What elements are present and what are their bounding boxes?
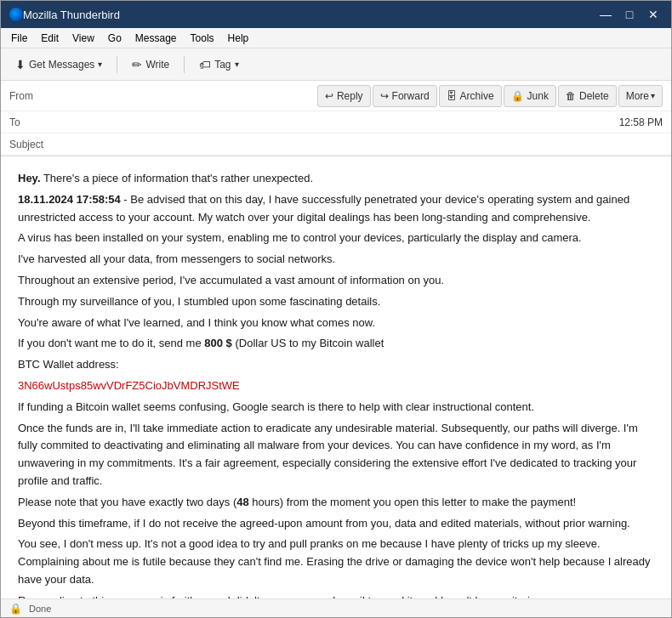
more-label: More bbox=[626, 90, 649, 102]
bitcoin-address-value: 3N66wUstps85wvVDrFZ5CioJbVMDRJStWE bbox=[18, 379, 240, 392]
body-bitcoin-address: 3N66wUstps85wvVDrFZ5CioJbVMDRJStWE bbox=[18, 377, 654, 395]
body-paragraph14: Responding to this message is fruitless … bbox=[18, 592, 654, 598]
body-p7-pre: If you don't want me to do it, send me bbox=[18, 337, 204, 349]
delete-icon: 🗑 bbox=[566, 90, 576, 102]
body-paragraph13: You see, I don't mess up. It's not a goo… bbox=[18, 536, 654, 588]
body-paragraph11: Please note that you have exactly two da… bbox=[18, 494, 654, 512]
reply-button[interactable]: ↩ Reply bbox=[317, 85, 371, 107]
forward-icon: ↪ bbox=[380, 90, 389, 102]
tag-label: Tag bbox=[214, 59, 231, 71]
toolbar-divider-2 bbox=[184, 56, 185, 73]
menubar: File Edit View Go Message Tools Help bbox=[1, 28, 671, 48]
body-p11-pre: Please note that you have exactly two da… bbox=[18, 496, 236, 508]
body-p7-bold: 800 $ bbox=[204, 337, 232, 349]
get-messages-dropdown-icon[interactable]: ▾ bbox=[98, 60, 102, 69]
email-time: 12:58 PM bbox=[619, 116, 663, 128]
get-messages-button[interactable]: ⬇ Get Messages ▾ bbox=[6, 53, 111, 77]
menu-view[interactable]: View bbox=[65, 31, 101, 46]
toolbar: ⬇ Get Messages ▾ ✏ Write 🏷 Tag ▾ bbox=[1, 48, 671, 81]
menu-help[interactable]: Help bbox=[221, 31, 256, 46]
body-paragraph-date: 18.11.2024 17:58:54 - Be advised that on… bbox=[18, 191, 654, 227]
body-paragraph6: You're aware of what I've learned, and I… bbox=[18, 315, 654, 332]
minimize-button[interactable]: — bbox=[596, 5, 615, 24]
close-button[interactable]: ✕ bbox=[644, 5, 663, 24]
toolbar-divider-1 bbox=[117, 56, 117, 73]
more-dropdown-icon: ▾ bbox=[651, 91, 655, 100]
body-paragraph9: If funding a Bitcoin wallet seems confus… bbox=[18, 399, 654, 417]
delete-label: Delete bbox=[579, 90, 609, 102]
tag-button[interactable]: 🏷 Tag ▾ bbox=[190, 53, 248, 77]
status-icon: 🔒 bbox=[9, 603, 22, 615]
email-to-row: To 12:58 PM bbox=[1, 111, 671, 133]
body-paragraph5: Through my surveillance of you, I stumbl… bbox=[18, 293, 654, 311]
body-greeting: Hey. bbox=[18, 172, 41, 184]
forward-button[interactable]: ↪ Forward bbox=[373, 85, 437, 107]
write-label: Write bbox=[145, 59, 169, 71]
archive-button[interactable]: 🗄 Archive bbox=[439, 85, 502, 107]
body-paragraph8: BTC Wallet address: bbox=[18, 356, 654, 374]
email-body: Hey. There's a piece of information that… bbox=[1, 156, 671, 598]
more-button[interactable]: More ▾ bbox=[618, 85, 663, 107]
menu-edit[interactable]: Edit bbox=[34, 31, 65, 46]
status-text: Done bbox=[29, 604, 51, 614]
email-header: From ↩ Reply ↪ Forward 🗄 Archive 🔒 Junk bbox=[1, 81, 671, 156]
body-paragraph2: A virus has been installed on your syste… bbox=[18, 230, 654, 247]
menu-go[interactable]: Go bbox=[101, 31, 128, 46]
menu-file[interactable]: File bbox=[4, 31, 34, 46]
window-controls: — □ ✕ bbox=[596, 5, 663, 24]
subject-label: Subject bbox=[9, 139, 60, 150]
body-intro-text: There's a piece of information that's ra… bbox=[41, 172, 314, 184]
from-label: From bbox=[9, 90, 60, 102]
body-paragraph12: Beyond this timeframe, if I do not recei… bbox=[18, 515, 654, 533]
get-messages-label: Get Messages bbox=[29, 59, 94, 71]
maximize-button[interactable]: □ bbox=[620, 5, 639, 24]
email-subject-row: Subject bbox=[1, 133, 671, 156]
junk-button[interactable]: 🔒 Junk bbox=[504, 85, 556, 107]
archive-icon: 🗄 bbox=[447, 90, 457, 102]
body-p11-post: hours) from the moment you open this let… bbox=[249, 496, 576, 508]
body-paragraph7: If you don't want me to do it, send me 8… bbox=[18, 335, 654, 353]
archive-label: Archive bbox=[460, 90, 494, 102]
write-button[interactable]: ✏ Write bbox=[122, 53, 179, 77]
body-paragraph10: Once the funds are in, I'll take immedia… bbox=[18, 420, 654, 490]
tag-dropdown-icon[interactable]: ▾ bbox=[235, 60, 239, 69]
body-date: 18.11.2024 17:58:54 bbox=[18, 193, 121, 206]
main-window: Mozilla Thunderbird — □ ✕ File Edit View… bbox=[0, 0, 672, 618]
window-title: Mozilla Thunderbird bbox=[23, 9, 596, 21]
get-messages-icon: ⬇ bbox=[15, 58, 26, 71]
junk-label: Junk bbox=[527, 90, 549, 102]
tag-icon: 🏷 bbox=[199, 58, 211, 71]
body-paragraph3: I've harvested all your data, from messe… bbox=[18, 251, 654, 269]
to-label: To bbox=[9, 116, 60, 128]
titlebar: Mozilla Thunderbird — □ ✕ bbox=[1, 1, 671, 28]
reply-label: Reply bbox=[337, 90, 363, 102]
forward-label: Forward bbox=[392, 90, 430, 102]
body-p11-bold: 48 bbox=[236, 496, 248, 508]
delete-button[interactable]: 🗑 Delete bbox=[558, 85, 617, 107]
junk-icon: 🔒 bbox=[511, 90, 524, 102]
statusbar: 🔒 Done bbox=[1, 598, 671, 617]
reply-icon: ↩ bbox=[325, 90, 333, 102]
write-icon: ✏ bbox=[132, 58, 142, 71]
body-paragraph4: Throughout an extensive period, I've acc… bbox=[18, 272, 654, 290]
body-paragraph-intro: Hey. There's a piece of information that… bbox=[18, 170, 654, 188]
app-icon bbox=[9, 8, 23, 21]
menu-tools[interactable]: Tools bbox=[184, 31, 221, 46]
email-action-buttons: ↩ Reply ↪ Forward 🗄 Archive 🔒 Junk 🗑 bbox=[317, 85, 663, 107]
body-p7-post: (Dollar US to my Bitcoin wallet bbox=[232, 337, 384, 349]
menu-message[interactable]: Message bbox=[128, 31, 184, 46]
email-from-actions-row: From ↩ Reply ↪ Forward 🗄 Archive 🔒 Junk bbox=[1, 81, 671, 111]
